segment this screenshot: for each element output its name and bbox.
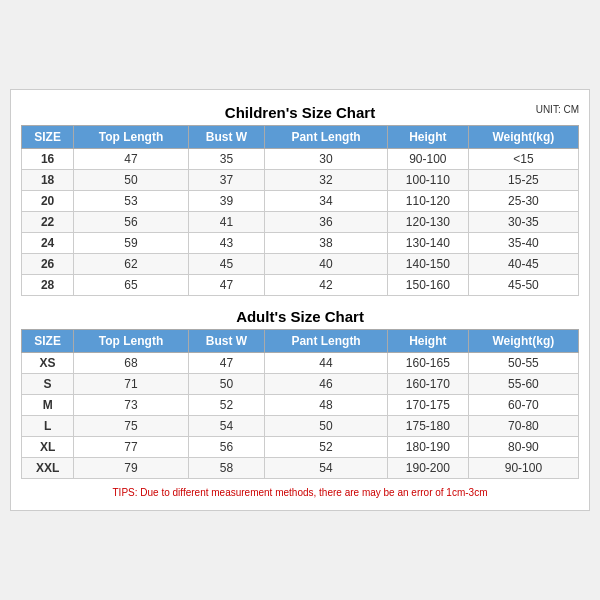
table-row: M735248170-17560-70 bbox=[22, 395, 579, 416]
table-cell: 41 bbox=[188, 212, 264, 233]
table-cell: 20 bbox=[22, 191, 74, 212]
table-cell: 62 bbox=[74, 254, 189, 275]
adult-header-row: SIZE Top Length Bust W Pant Length Heigh… bbox=[22, 330, 579, 353]
table-cell: 70-80 bbox=[468, 416, 578, 437]
col-header-weight: Weight(kg) bbox=[468, 126, 578, 149]
table-cell: 175-180 bbox=[387, 416, 468, 437]
table-cell: 32 bbox=[265, 170, 388, 191]
table-cell: 52 bbox=[265, 437, 388, 458]
table-row: 24594338130-14035-40 bbox=[22, 233, 579, 254]
table-cell: 36 bbox=[265, 212, 388, 233]
table-cell: 38 bbox=[265, 233, 388, 254]
table-cell: 15-25 bbox=[468, 170, 578, 191]
table-cell: 46 bbox=[265, 374, 388, 395]
table-cell: 18 bbox=[22, 170, 74, 191]
table-cell: 25-30 bbox=[468, 191, 578, 212]
adult-col-header-top-length: Top Length bbox=[74, 330, 189, 353]
table-cell: 160-165 bbox=[387, 353, 468, 374]
table-cell: 190-200 bbox=[387, 458, 468, 479]
table-row: XL775652180-19080-90 bbox=[22, 437, 579, 458]
table-cell: 34 bbox=[265, 191, 388, 212]
table-cell: 60-70 bbox=[468, 395, 578, 416]
table-cell: 80-90 bbox=[468, 437, 578, 458]
table-cell: 180-190 bbox=[387, 437, 468, 458]
table-cell: 54 bbox=[188, 416, 264, 437]
adult-col-header-weight: Weight(kg) bbox=[468, 330, 578, 353]
table-cell: 50 bbox=[74, 170, 189, 191]
table-cell: 130-140 bbox=[387, 233, 468, 254]
table-row: 18503732100-11015-25 bbox=[22, 170, 579, 191]
table-cell: L bbox=[22, 416, 74, 437]
table-cell: 30-35 bbox=[468, 212, 578, 233]
table-cell: 73 bbox=[74, 395, 189, 416]
adult-size-table: SIZE Top Length Bust W Pant Length Heigh… bbox=[21, 329, 579, 479]
table-cell: XL bbox=[22, 437, 74, 458]
table-row: 28654742150-16045-50 bbox=[22, 275, 579, 296]
table-cell: 48 bbox=[265, 395, 388, 416]
table-cell: XS bbox=[22, 353, 74, 374]
table-cell: M bbox=[22, 395, 74, 416]
table-cell: 35-40 bbox=[468, 233, 578, 254]
table-cell: 47 bbox=[188, 275, 264, 296]
table-cell: 100-110 bbox=[387, 170, 468, 191]
table-cell: 77 bbox=[74, 437, 189, 458]
table-cell: 90-100 bbox=[468, 458, 578, 479]
table-cell: 37 bbox=[188, 170, 264, 191]
table-row: L755450175-18070-80 bbox=[22, 416, 579, 437]
table-cell: 56 bbox=[188, 437, 264, 458]
table-cell: 75 bbox=[74, 416, 189, 437]
table-row: XS684744160-16550-55 bbox=[22, 353, 579, 374]
table-cell: XXL bbox=[22, 458, 74, 479]
table-row: XXL795854190-20090-100 bbox=[22, 458, 579, 479]
table-cell: 59 bbox=[74, 233, 189, 254]
table-cell: 150-160 bbox=[387, 275, 468, 296]
adult-col-header-height: Height bbox=[387, 330, 468, 353]
table-row: 20533934110-12025-30 bbox=[22, 191, 579, 212]
table-cell: 39 bbox=[188, 191, 264, 212]
col-header-height: Height bbox=[387, 126, 468, 149]
table-cell: 52 bbox=[188, 395, 264, 416]
table-cell: 43 bbox=[188, 233, 264, 254]
table-cell: 35 bbox=[188, 149, 264, 170]
col-header-pant-length: Pant Length bbox=[265, 126, 388, 149]
table-cell: 26 bbox=[22, 254, 74, 275]
table-cell: 79 bbox=[74, 458, 189, 479]
table-cell: 56 bbox=[74, 212, 189, 233]
table-cell: 50-55 bbox=[468, 353, 578, 374]
table-cell: 45-50 bbox=[468, 275, 578, 296]
table-cell: 16 bbox=[22, 149, 74, 170]
unit-label: UNIT: CM bbox=[536, 104, 579, 115]
table-cell: 24 bbox=[22, 233, 74, 254]
table-cell: 40 bbox=[265, 254, 388, 275]
table-row: 1647353090-100<15 bbox=[22, 149, 579, 170]
col-header-bust-w: Bust W bbox=[188, 126, 264, 149]
table-cell: 22 bbox=[22, 212, 74, 233]
table-cell: 47 bbox=[74, 149, 189, 170]
table-cell: 160-170 bbox=[387, 374, 468, 395]
table-cell: 50 bbox=[188, 374, 264, 395]
table-cell: S bbox=[22, 374, 74, 395]
table-cell: 40-45 bbox=[468, 254, 578, 275]
adult-col-header-pant-length: Pant Length bbox=[265, 330, 388, 353]
col-header-size: SIZE bbox=[22, 126, 74, 149]
table-cell: 30 bbox=[265, 149, 388, 170]
table-cell: 50 bbox=[265, 416, 388, 437]
children-title-text: Children's Size Chart bbox=[225, 104, 375, 121]
adult-col-header-bust-w: Bust W bbox=[188, 330, 264, 353]
table-cell: 65 bbox=[74, 275, 189, 296]
chart-container: Children's Size Chart UNIT: CM SIZE Top … bbox=[10, 89, 590, 511]
children-section-title: Children's Size Chart UNIT: CM bbox=[21, 100, 579, 125]
table-cell: 54 bbox=[265, 458, 388, 479]
table-cell: 45 bbox=[188, 254, 264, 275]
table-cell: 140-150 bbox=[387, 254, 468, 275]
adult-title-text: Adult's Size Chart bbox=[236, 308, 364, 325]
table-row: 22564136120-13030-35 bbox=[22, 212, 579, 233]
table-cell: 55-60 bbox=[468, 374, 578, 395]
table-cell: <15 bbox=[468, 149, 578, 170]
table-cell: 120-130 bbox=[387, 212, 468, 233]
table-cell: 90-100 bbox=[387, 149, 468, 170]
tips-text: TIPS: Due to different measurement metho… bbox=[21, 485, 579, 500]
table-cell: 68 bbox=[74, 353, 189, 374]
children-size-table: SIZE Top Length Bust W Pant Length Heigh… bbox=[21, 125, 579, 296]
col-header-top-length: Top Length bbox=[74, 126, 189, 149]
